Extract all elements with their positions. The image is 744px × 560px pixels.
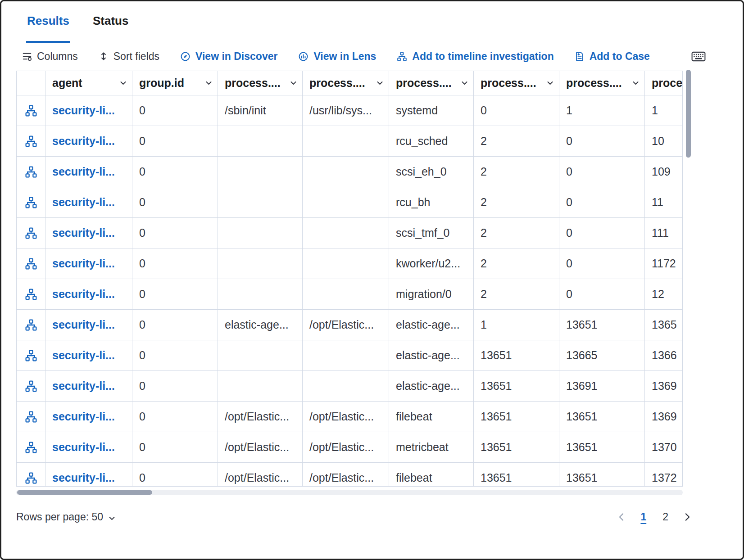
vertical-scrollbar[interactable] (686, 69, 691, 483)
value-cell: 13651 (474, 371, 559, 402)
value-cell: 2 (474, 218, 559, 248)
grid-toolbar: Columns Sort fields View in Discover Vie… (1, 45, 743, 67)
chevron-down-icon[interactable] (461, 81, 468, 85)
rows-per-page-label: Rows per page: 50 (16, 511, 103, 523)
agent-link[interactable]: security-li... (52, 288, 115, 300)
agent-link[interactable]: security-li... (52, 349, 115, 361)
add-to-timeline-button[interactable]: Add to timeline investigation (397, 50, 553, 63)
value-cell: 0 (132, 402, 218, 432)
table-row: security-li...0elastic-age...13651136911… (17, 371, 682, 402)
analyze-event-button[interactable] (17, 340, 45, 371)
table-row: security-li...0rcu_sched2010 (17, 126, 682, 157)
value-cell: /opt/Elastic... (218, 463, 303, 487)
value-cell: 1365 (645, 310, 683, 340)
next-page-button[interactable] (685, 513, 690, 521)
value-cell: /opt/Elastic... (303, 310, 389, 340)
columns-icon (22, 51, 32, 61)
agent-link[interactable]: security-li... (52, 135, 115, 147)
previous-page-button[interactable] (618, 513, 624, 521)
vertical-scrollbar-thumb[interactable] (686, 70, 691, 158)
sort-fields-label: Sort fields (113, 50, 159, 63)
agent-link[interactable]: security-li... (52, 441, 115, 453)
value-cell: 13651 (474, 432, 559, 463)
columns-button[interactable]: Columns (22, 50, 78, 63)
table-row: security-li...0elastic-age...13651136651… (17, 340, 682, 371)
value-cell: 13665 (559, 340, 645, 371)
analyze-event-button[interactable] (17, 371, 45, 402)
analyze-event-button[interactable] (17, 432, 45, 463)
sort-fields-icon (99, 51, 109, 61)
column-header-agent[interactable]: agent (45, 71, 132, 95)
chevron-down-icon[interactable] (205, 81, 212, 85)
chevron-down-icon[interactable] (290, 81, 297, 85)
value-cell: /opt/Elastic... (303, 402, 389, 432)
tab-results[interactable]: Results (26, 14, 70, 43)
value-cell: 109 (645, 157, 683, 187)
agent-link[interactable]: security-li... (52, 318, 115, 331)
value-cell: 2 (474, 157, 559, 187)
analyze-event-button[interactable] (17, 95, 45, 126)
page-1-button[interactable]: 1 (640, 511, 646, 523)
value-cell: scsi_tmf_0 (389, 218, 474, 248)
agent-link[interactable]: security-li... (52, 410, 115, 423)
column-header-process-6[interactable]: proce (645, 71, 683, 95)
value-cell (303, 126, 389, 157)
view-in-discover-button[interactable]: View in Discover (180, 50, 277, 63)
chevron-down-icon[interactable] (547, 81, 553, 85)
rows-per-page-button[interactable]: Rows per page: 50 (16, 511, 115, 523)
analyze-event-button[interactable] (17, 126, 45, 157)
column-header-process-1[interactable]: process.... (218, 71, 303, 95)
agent-cell: security-li... (45, 95, 132, 126)
agent-link[interactable]: security-li... (52, 226, 115, 239)
agent-link[interactable]: security-li... (52, 165, 115, 178)
analyze-event-button[interactable] (17, 187, 45, 218)
add-to-case-button[interactable]: Add to Case (575, 50, 650, 63)
page-2-button[interactable]: 2 (662, 511, 668, 523)
agent-cell: security-li... (45, 157, 132, 187)
chevron-down-icon[interactable] (632, 81, 639, 85)
column-label: agent (52, 77, 82, 90)
analyze-event-button[interactable] (17, 310, 45, 340)
table-row: security-li...0scsi_eh_020109 (17, 157, 682, 187)
value-cell: 2 (474, 126, 559, 157)
value-cell: 0 (559, 279, 645, 310)
sort-fields-button[interactable]: Sort fields (99, 50, 159, 63)
agent-link[interactable]: security-li... (52, 196, 115, 208)
agent-link[interactable]: security-li... (52, 104, 115, 117)
analyze-event-button[interactable] (17, 157, 45, 187)
analyze-event-button[interactable] (17, 463, 45, 487)
value-cell: /opt/Elastic... (303, 463, 389, 487)
chevron-down-icon[interactable] (120, 81, 127, 85)
value-cell: elastic-age... (389, 310, 474, 340)
column-header-process-3[interactable]: process.... (389, 71, 474, 95)
keyboard-shortcuts-button[interactable] (691, 51, 706, 62)
column-header-group-id[interactable]: group.id (132, 71, 218, 95)
analyze-event-button[interactable] (17, 279, 45, 310)
analyze-event-button[interactable] (17, 248, 45, 279)
chevron-down-icon[interactable] (377, 81, 383, 85)
value-cell: 2 (474, 279, 559, 310)
agent-link[interactable]: security-li... (52, 379, 115, 392)
value-cell: 13651 (474, 340, 559, 371)
value-cell (303, 157, 389, 187)
value-cell: systemd (389, 95, 474, 126)
analyze-event-button[interactable] (17, 218, 45, 248)
column-header-process-4[interactable]: process.... (474, 71, 559, 95)
tab-status[interactable]: Status (92, 14, 129, 43)
value-cell (218, 248, 303, 279)
column-header-process-2[interactable]: process.... (303, 71, 389, 95)
view-in-lens-button[interactable]: View in Lens (298, 50, 376, 63)
value-cell: 13651 (559, 463, 645, 487)
value-cell: 111 (645, 218, 683, 248)
agent-cell: security-li... (45, 463, 132, 487)
agent-link[interactable]: security-li... (52, 257, 115, 270)
table-header: agent group.id process.... process.... p… (17, 71, 682, 95)
agent-link[interactable]: security-li... (52, 471, 115, 484)
analyze-event-button[interactable] (17, 402, 45, 432)
value-cell: 11 (645, 187, 683, 218)
horizontal-scrollbar-thumb[interactable] (17, 490, 152, 495)
value-cell: filebeat (389, 402, 474, 432)
column-label: group.id (139, 77, 184, 90)
horizontal-scrollbar[interactable] (16, 490, 683, 495)
column-header-process-5[interactable]: process.... (559, 71, 645, 95)
